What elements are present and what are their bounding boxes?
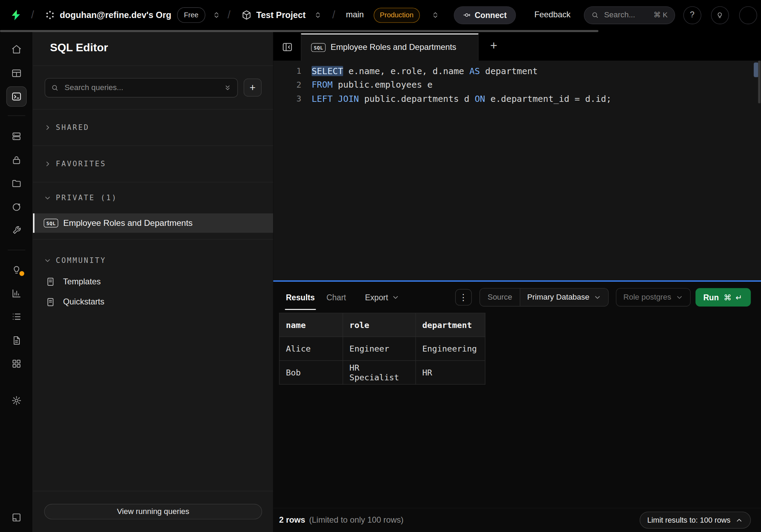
query-search-input[interactable]: [63, 83, 219, 92]
table-cell[interactable]: Alice: [279, 337, 343, 361]
apps-blocks-icon[interactable]: [0, 355, 33, 372]
horizontal-scrollbar-thumb[interactable]: [0, 30, 598, 32]
view-running-queries-button[interactable]: View running queries: [44, 504, 262, 520]
tab-title: Employee Roles and Departments: [331, 43, 456, 52]
line-number: 2: [273, 80, 312, 90]
help-button[interactable]: ?: [683, 6, 701, 24]
code-token: [333, 94, 338, 104]
wrench-icon[interactable]: [0, 222, 33, 239]
code-token: public.departments d: [359, 94, 475, 104]
sql-editor-icon[interactable]: [6, 86, 27, 107]
chevron-down-icon: [44, 257, 51, 264]
source-label: Source: [480, 289, 520, 306]
table-cell[interactable]: Engineer: [343, 337, 416, 361]
editor-tab-bar: SQL Employee Roles and Departments +: [273, 30, 761, 61]
project-name[interactable]: Test Project: [256, 10, 305, 20]
code-line[interactable]: 3LEFT JOIN public.departments d ON e.dep…: [273, 92, 761, 106]
partial-header-button[interactable]: [739, 6, 757, 24]
org-select-chevron[interactable]: [212, 11, 220, 19]
code-token: public.employees e: [333, 80, 432, 90]
window-scrollbar-thumb[interactable]: [758, 61, 761, 103]
tab-results[interactable]: Results: [286, 282, 315, 313]
column-header[interactable]: name: [279, 313, 343, 337]
query-list-item-active[interactable]: SQL Employee Roles and Departments: [33, 213, 273, 233]
query-search[interactable]: [45, 78, 238, 97]
code-text: SELECT e.name, e.role, d.name AS departm…: [312, 66, 538, 76]
project-switcher[interactable]: Test Project: [241, 10, 306, 20]
code-token: department: [480, 66, 538, 76]
column-header[interactable]: department: [416, 313, 485, 337]
code-token: SELECT: [312, 66, 343, 76]
column-header[interactable]: role: [343, 313, 416, 337]
table-row[interactable]: AliceEngineerEngineering: [279, 337, 485, 361]
tab-export[interactable]: Export: [365, 282, 399, 313]
docs-document-icon[interactable]: [0, 332, 33, 349]
expand-all-icon[interactable]: [224, 84, 231, 91]
connect-button[interactable]: Connect: [454, 6, 516, 24]
database-select[interactable]: Primary Database: [521, 289, 609, 306]
feedback-link[interactable]: Feedback: [534, 10, 571, 20]
table-cell[interactable]: HR Specialist: [343, 361, 416, 384]
document-icon: [46, 297, 55, 307]
notification-dot: [19, 271, 24, 276]
rail-divider: [8, 115, 25, 116]
org-name[interactable]: doguhan@refine.dev's Org: [60, 10, 171, 20]
table-cell[interactable]: HR: [416, 361, 485, 384]
role-select[interactable]: Role postgres: [616, 288, 691, 307]
run-query-button[interactable]: Run ⌘ ↵: [696, 288, 751, 307]
top-header: / doguhan@refine.dev's Org Free / Test P…: [0, 0, 761, 30]
global-search[interactable]: ⌘ K: [584, 6, 675, 24]
editor-tab-active[interactable]: SQL Employee Roles and Departments: [301, 34, 479, 61]
rail-divider: [8, 250, 25, 250]
chevron-right-icon: [44, 124, 51, 131]
backups-folder-icon[interactable]: [0, 175, 33, 192]
integrations-orbit-icon[interactable]: [0, 198, 33, 216]
new-query-button[interactable]: +: [244, 79, 262, 97]
plug-icon: [463, 11, 471, 19]
tables-icon[interactable]: [0, 64, 33, 82]
project-select-chevron[interactable]: [314, 11, 322, 19]
code-token: JOIN: [338, 94, 359, 104]
section-private[interactable]: PRIVATE (1): [33, 182, 273, 213]
neon-logo[interactable]: [10, 9, 22, 21]
neon-console: / doguhan@refine.dev's Org Free / Test P…: [0, 0, 761, 532]
document-icon: [46, 277, 55, 287]
new-tab-button[interactable]: +: [488, 38, 499, 53]
code-line[interactable]: 1SELECT e.name, e.role, d.name AS depart…: [273, 64, 761, 78]
table-cell[interactable]: Engineering: [416, 337, 485, 361]
org-switcher[interactable]: doguhan@refine.dev's Org: [45, 10, 171, 20]
section-favorites[interactable]: FAVORITES: [33, 146, 273, 182]
roles-lock-icon[interactable]: [0, 151, 33, 169]
branch-name[interactable]: main: [346, 10, 364, 20]
icon-rail: [0, 30, 33, 532]
monitoring-chart-icon[interactable]: [0, 285, 33, 302]
collapse-sidebar-icon[interactable]: [281, 41, 293, 53]
code-text: FROM public.employees e: [312, 80, 432, 90]
global-search-input[interactable]: [603, 10, 649, 20]
ideas-bulb-icon[interactable]: [0, 261, 33, 278]
section-shared[interactable]: SHARED: [33, 109, 273, 145]
settings-gear-icon[interactable]: [0, 392, 33, 409]
code-lines: 1SELECT e.name, e.role, d.name AS depart…: [273, 64, 761, 106]
limit-results-button[interactable]: Limit results to: 100 rows: [639, 512, 751, 529]
operations-list-icon[interactable]: [0, 308, 33, 325]
home-icon[interactable]: [0, 41, 33, 58]
tab-chart[interactable]: Chart: [326, 282, 346, 313]
code-line[interactable]: 2FROM public.employees e: [273, 78, 761, 92]
section-community[interactable]: COMMUNITY: [33, 249, 273, 272]
panel-bottom-icon[interactable]: [0, 509, 33, 526]
sidebar-item-templates[interactable]: Templates: [33, 272, 273, 292]
query-sidebar: SQL Editor + SHARED: [33, 30, 273, 532]
query-title[interactable]: Employee Roles and Departments: [63, 218, 192, 228]
whats-new-button[interactable]: [711, 6, 729, 24]
branches-icon[interactable]: [0, 127, 33, 145]
code-text: LEFT JOIN public.departments d ON e.depa…: [312, 94, 611, 104]
sql-code-editor[interactable]: 1SELECT e.name, e.role, d.name AS depart…: [273, 61, 761, 280]
limit-note: (Limited to only 100 rows): [309, 515, 404, 525]
more-options-button[interactable]: ⋮: [455, 289, 472, 306]
table-cell[interactable]: Bob: [279, 361, 343, 384]
table-row[interactable]: BobHR SpecialistHR: [279, 361, 485, 384]
breadcrumb-separator: /: [332, 9, 335, 21]
sidebar-item-quickstarts[interactable]: Quickstarts: [33, 292, 273, 312]
branch-select-chevron[interactable]: [431, 11, 439, 19]
